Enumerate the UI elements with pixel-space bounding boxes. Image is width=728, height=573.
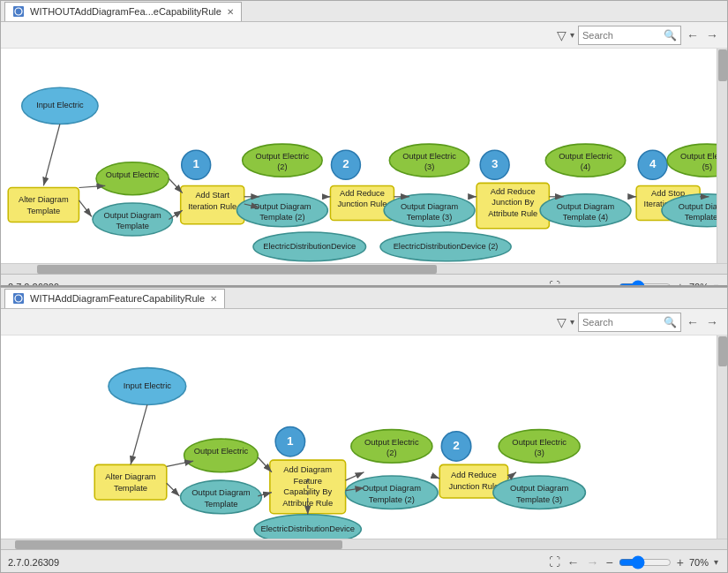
- svg-text:Output Diagram: Output Diagram: [104, 211, 162, 220]
- svg-text:Output Diagram: Output Diagram: [401, 202, 459, 211]
- svg-text:Template: Template: [114, 483, 147, 493]
- top-nav-forward[interactable]: →: [704, 28, 720, 42]
- svg-text:Template (3): Template (3): [407, 213, 452, 222]
- bottom-back-btn[interactable]: ←: [566, 555, 582, 569]
- top-toolbar: ▽ ▾ 🔍 ← →: [1, 22, 727, 49]
- svg-text:2: 2: [453, 439, 460, 452]
- bottom-nav-forward[interactable]: →: [704, 315, 720, 329]
- svg-text:Output Electric: Output Electric: [364, 437, 419, 447]
- top-search-input[interactable]: [582, 30, 662, 41]
- top-fit-btn[interactable]: ⛶: [547, 280, 562, 287]
- top-nav-back[interactable]: ←: [685, 28, 701, 42]
- svg-text:Add Reduce: Add Reduce: [491, 187, 536, 196]
- bottom-filter-icon: ▽: [557, 315, 567, 329]
- svg-line-114: [131, 404, 147, 464]
- svg-text:Output Diagram: Output Diagram: [510, 483, 568, 493]
- bottom-search-input[interactable]: [582, 317, 662, 328]
- svg-text:(2): (2): [387, 448, 396, 457]
- top-zoom-out-btn[interactable]: −: [604, 280, 615, 288]
- bottom-search-icon: 🔍: [664, 316, 677, 328]
- bottom-diagram-svg: Input Electric Alter Diagram Template Ou…: [1, 336, 727, 539]
- svg-text:Output Diagram: Output Diagram: [191, 487, 250, 497]
- svg-line-119: [346, 472, 364, 480]
- bottom-nav-back[interactable]: ←: [685, 315, 701, 329]
- svg-text:(3): (3): [424, 162, 434, 171]
- svg-text:Template (2): Template (2): [369, 494, 415, 504]
- filter-icon: ▽: [557, 28, 567, 42]
- svg-text:Output Electric: Output Electric: [559, 152, 612, 161]
- top-back-btn[interactable]: ←: [566, 280, 582, 288]
- bottom-tab[interactable]: WITHAddDiagramFeatureCapabilityRule ✕: [4, 289, 225, 308]
- bottom-zoom-out-btn[interactable]: −: [604, 555, 615, 569]
- bottom-toolbar: ▽ ▾ 🔍 ← →: [1, 309, 727, 336]
- svg-text:Template (2): Template (2): [259, 213, 304, 222]
- svg-text:Template (4): Template (4): [563, 213, 608, 222]
- bottom-filter-dropdown[interactable]: ▾: [570, 317, 574, 327]
- svg-text:(2): (2): [277, 162, 287, 171]
- svg-text:ElectricDistributionDevice: ElectricDistributionDevice: [260, 524, 354, 533]
- svg-text:Output Electric: Output Electric: [106, 170, 160, 179]
- svg-text:Template (3): Template (3): [516, 494, 562, 504]
- bottom-zoom-in-btn[interactable]: +: [675, 555, 686, 569]
- svg-text:Junction Rule: Junction Rule: [448, 481, 499, 491]
- svg-text:Alter Diagram: Alter Diagram: [19, 195, 69, 204]
- svg-text:Add Diagram: Add Diagram: [283, 464, 332, 474]
- svg-text:Add Start: Add Start: [195, 191, 229, 200]
- svg-text:Attribute Rule: Attribute Rule: [488, 209, 537, 218]
- svg-text:Output Electric: Output Electric: [194, 446, 249, 456]
- svg-text:Junction By: Junction By: [492, 198, 534, 207]
- svg-line-64: [79, 200, 91, 217]
- bottom-zoom-slider[interactable]: [619, 555, 672, 569]
- svg-text:Template: Template: [116, 222, 149, 230]
- top-zoom-slider[interactable]: [619, 280, 672, 288]
- top-forward-btn[interactable]: →: [585, 280, 601, 288]
- bottom-fit-btn[interactable]: ⛶: [547, 555, 562, 569]
- top-status-bar: 2.7.0.26309 ⛶ ← → − + 70% ▾: [1, 274, 727, 287]
- bottom-search-box: 🔍: [578, 313, 681, 332]
- bottom-version: 2.7.0.26309: [8, 557, 59, 568]
- top-scrollbar-h[interactable]: [1, 263, 727, 274]
- bottom-zoom-dropdown[interactable]: ▾: [712, 557, 720, 567]
- svg-text:3: 3: [492, 157, 498, 170]
- svg-text:Input Electric: Input Electric: [124, 381, 172, 390]
- svg-text:Iteration Rule: Iteration Rule: [188, 202, 236, 211]
- svg-text:ElectricDistributionDevice: ElectricDistributionDevice: [263, 242, 356, 251]
- svg-line-121: [432, 476, 439, 479]
- svg-text:ElectricDistributionDevice (2): ElectricDistributionDevice (2): [394, 242, 499, 251]
- bottom-panel: WITHAddDiagramFeatureCapabilityRule ✕ ▽ …: [0, 287, 728, 573]
- svg-text:Template: Template: [204, 499, 237, 509]
- bottom-scrollbar-v[interactable]: [717, 336, 727, 539]
- top-diagram-svg: Input Electric Alter Diagram Template Ou…: [1, 49, 727, 263]
- bottom-tab-close[interactable]: ✕: [210, 294, 217, 304]
- top-panel: WITHOUTAddDiagramFea...eCapabilityRule ✕…: [0, 0, 728, 287]
- svg-text:Output Diagram: Output Diagram: [363, 483, 421, 493]
- svg-line-65: [169, 178, 182, 192]
- svg-line-116: [167, 483, 180, 496]
- svg-text:1: 1: [192, 157, 199, 170]
- svg-text:Output Electric: Output Electric: [256, 152, 310, 161]
- bottom-tab-label: WITHAddDiagramFeatureCapabilityRule: [30, 293, 205, 304]
- top-zoom-in-btn[interactable]: +: [675, 280, 686, 288]
- svg-text:Output Electric: Output Electric: [402, 152, 456, 161]
- top-scrollbar-v[interactable]: [717, 49, 727, 263]
- svg-text:(3): (3): [534, 448, 544, 457]
- svg-text:1: 1: [287, 434, 294, 448]
- svg-text:Input Electric: Input Electric: [36, 101, 84, 109]
- svg-rect-5: [8, 188, 79, 222]
- svg-text:Output Diagram: Output Diagram: [557, 202, 615, 211]
- bottom-scrollbar-h[interactable]: [1, 539, 727, 549]
- svg-text:Add Reduce: Add Reduce: [340, 189, 385, 198]
- bottom-tab-bar: WITHAddDiagramFeatureCapabilityRule ✕: [1, 288, 727, 309]
- svg-text:Output Diagram: Output Diagram: [253, 202, 311, 211]
- diagram-icon: [12, 5, 25, 18]
- bottom-forward-btn[interactable]: →: [585, 555, 601, 569]
- top-tab[interactable]: WITHOUTAddDiagramFea...eCapabilityRule ✕: [4, 2, 242, 21]
- svg-text:Junction Rule: Junction Rule: [337, 200, 387, 208]
- svg-text:Alter Diagram: Alter Diagram: [105, 471, 156, 481]
- top-tab-label: WITHOUTAddDiagramFea...eCapabilityRule: [30, 6, 221, 17]
- top-tab-close[interactable]: ✕: [227, 7, 234, 17]
- top-diagram-area: Input Electric Alter Diagram Template Ou…: [1, 49, 727, 263]
- top-search-icon: 🔍: [664, 29, 677, 41]
- filter-dropdown-icon[interactable]: ▾: [570, 30, 574, 40]
- svg-text:Template: Template: [27, 207, 61, 215]
